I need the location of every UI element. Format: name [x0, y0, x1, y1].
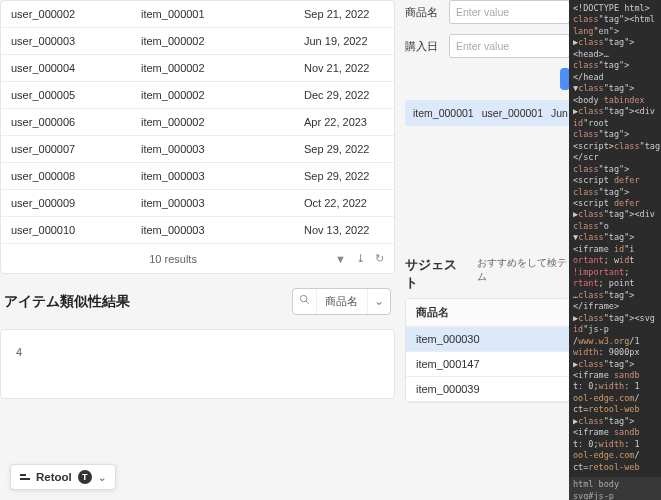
dom-line[interactable]: width: 9000px — [573, 347, 657, 358]
chevron-down-icon: ⌄ — [367, 289, 390, 314]
cell-date: Dec 29, 2022 — [304, 89, 384, 101]
dom-line[interactable]: ▶class"tag"><head>…class"tag"></head — [573, 37, 657, 83]
retool-env-badge: T — [78, 470, 92, 484]
dom-line[interactable]: ct=retool-web — [573, 404, 657, 415]
dom-line[interactable]: ▶class"tag"><div class"o — [573, 209, 657, 232]
cell-date: Apr 22, 2023 — [304, 116, 384, 128]
dom-line[interactable]: ▶class"tag"><div id"root — [573, 106, 657, 129]
suggest-desc: おすすめをして検テム — [477, 256, 570, 284]
suggest-header-cell[interactable]: 商品名 — [406, 299, 569, 327]
retool-label: Retool — [36, 471, 72, 483]
cell-date: Sep 29, 2022 — [304, 143, 384, 155]
cell-user: user_000009 — [11, 197, 141, 209]
similarity-panel: 4 — [0, 329, 395, 399]
filter-icon[interactable]: ▼ — [335, 253, 346, 265]
cell-item: item_000003 — [141, 224, 304, 236]
table-row[interactable]: user_000004item_000002Nov 21, 2022 — [1, 55, 394, 82]
dom-line[interactable]: /www.w3.org/1 — [573, 336, 657, 347]
dom-line[interactable]: ▼class"tag"><body tabindex — [573, 83, 657, 106]
transactions-table: user_000002item_000001Sep 21, 2022user_0… — [0, 0, 395, 274]
cell-item: item_000002 — [141, 89, 304, 101]
suggest-table: 商品名 item_000030item_000147item_000039 — [405, 298, 570, 403]
cell-user: user_000003 — [11, 35, 141, 47]
dom-line[interactable]: ▶class"tag"><svg id"js-p — [573, 313, 657, 336]
retool-badge[interactable]: Retool T ⌄ — [10, 464, 116, 490]
cell-user: user_000010 — [11, 224, 141, 236]
table-row[interactable]: user_000005item_000002Dec 29, 2022 — [1, 82, 394, 109]
cell-date: Jun 19, 2022 — [304, 35, 384, 47]
cell-user: user_000007 — [11, 143, 141, 155]
sel-item: item_000001 — [413, 107, 474, 119]
suggest-title: サジェスト — [405, 256, 465, 292]
download-icon[interactable]: ⤓ — [356, 252, 365, 265]
cell-item: item_000002 — [141, 116, 304, 128]
dom-line[interactable]: t: 0;width: 1 — [573, 381, 657, 392]
dom-line[interactable]: t: 0;width: 1 — [573, 439, 657, 450]
dom-line[interactable]: ▶class"tag"><iframe sandb — [573, 359, 657, 382]
table-row[interactable]: user_000006item_000002Apr 22, 2023 — [1, 109, 394, 136]
refresh-icon[interactable]: ↻ — [375, 252, 384, 265]
results-count: 10 results — [11, 253, 335, 265]
dom-line[interactable]: ▼class"tag"><iframe id"i — [573, 232, 657, 255]
dom-line[interactable]: …class"tag"></iframe> — [573, 290, 657, 313]
cell-user: user_000002 — [11, 8, 141, 20]
cell-item: item_000002 — [141, 62, 304, 74]
item-label: 商品名 — [405, 5, 443, 20]
dom-line[interactable]: ortant; widt — [573, 255, 657, 266]
dom-line[interactable]: ▶class"tag"><iframe sandb — [573, 416, 657, 439]
similarity-filter[interactable]: 商品名 ⌄ — [292, 288, 391, 315]
table-row[interactable]: user_000007item_000003Sep 29, 2022 — [1, 136, 394, 163]
devtools-panel[interactable]: <!DOCTYPE html>class"tag"><html lang"en"… — [569, 0, 661, 500]
cell-user: user_000008 — [11, 170, 141, 182]
item-input[interactable]: Enter value — [449, 0, 570, 24]
suggest-section: サジェスト おすすめをして検テム 商品名 item_000030item_000… — [405, 256, 570, 403]
cell-item: item_000003 — [141, 197, 304, 209]
cell-user: user_000005 — [11, 89, 141, 101]
dom-line[interactable]: class"tag"><script defer — [573, 164, 657, 187]
svg-line-1 — [306, 301, 309, 304]
dom-line[interactable]: !important; — [573, 267, 657, 278]
cell-item: item_000003 — [141, 170, 304, 182]
cell-date: Sep 21, 2022 — [304, 8, 384, 20]
table-row[interactable]: user_000008item_000003Sep 29, 2022 — [1, 163, 394, 190]
similarity-value: 4 — [16, 346, 22, 358]
cell-user: user_000004 — [11, 62, 141, 74]
dom-line[interactable]: <!DOCTYPE html> — [573, 3, 657, 14]
dom-line[interactable]: class"tag"><script defer — [573, 187, 657, 210]
chevron-down-icon: ⌄ — [98, 472, 106, 483]
cell-date: Sep 29, 2022 — [304, 170, 384, 182]
dom-line[interactable]: ool-edge.com/ — [573, 450, 657, 461]
retool-logo-icon — [20, 472, 30, 482]
svg-point-0 — [300, 295, 306, 301]
date-label: 購入日 — [405, 39, 443, 54]
suggest-row[interactable]: item_000147 — [406, 352, 569, 377]
cell-item: item_000001 — [141, 8, 304, 20]
table-row[interactable]: user_000003item_000002Jun 19, 2022 — [1, 28, 394, 55]
table-row[interactable]: user_000009item_000003Oct 22, 2022 — [1, 190, 394, 217]
cell-date: Nov 21, 2022 — [304, 62, 384, 74]
table-footer: 10 results ▼ ⤓ ↻ — [1, 243, 394, 273]
dom-line[interactable]: ct=retool-web — [573, 462, 657, 473]
dom-line[interactable]: ool-edge.com/ — [573, 393, 657, 404]
cell-date: Oct 22, 2022 — [304, 197, 384, 209]
suggest-row[interactable]: item_000039 — [406, 377, 569, 402]
dom-line[interactable]: rtant; point — [573, 278, 657, 289]
devtools-breadcrumb[interactable]: html body svg#js-p — [569, 477, 661, 500]
table-row[interactable]: user_000010item_000003Nov 13, 2022 — [1, 217, 394, 243]
cell-user: user_000006 — [11, 116, 141, 128]
cell-item: item_000003 — [141, 143, 304, 155]
date-input[interactable]: Enter value — [449, 34, 570, 58]
filter-text: 商品名 — [317, 289, 367, 314]
cell-date: Nov 13, 2022 — [304, 224, 384, 236]
dom-line[interactable]: class"tag"><script>class"tag"></scr — [573, 129, 657, 163]
cell-item: item_000002 — [141, 35, 304, 47]
suggest-row[interactable]: item_000030 — [406, 327, 569, 352]
similarity-title: アイテム類似性結果 — [4, 293, 130, 311]
dom-line[interactable]: class"tag"><html lang"en"> — [573, 14, 657, 37]
sel-user: user_000001 — [482, 107, 543, 119]
table-row[interactable]: user_000002item_000001Sep 21, 2022 — [1, 1, 394, 28]
selected-record[interactable]: item_000001 user_000001 Jun 12 — [405, 100, 570, 126]
search-icon — [293, 289, 317, 314]
